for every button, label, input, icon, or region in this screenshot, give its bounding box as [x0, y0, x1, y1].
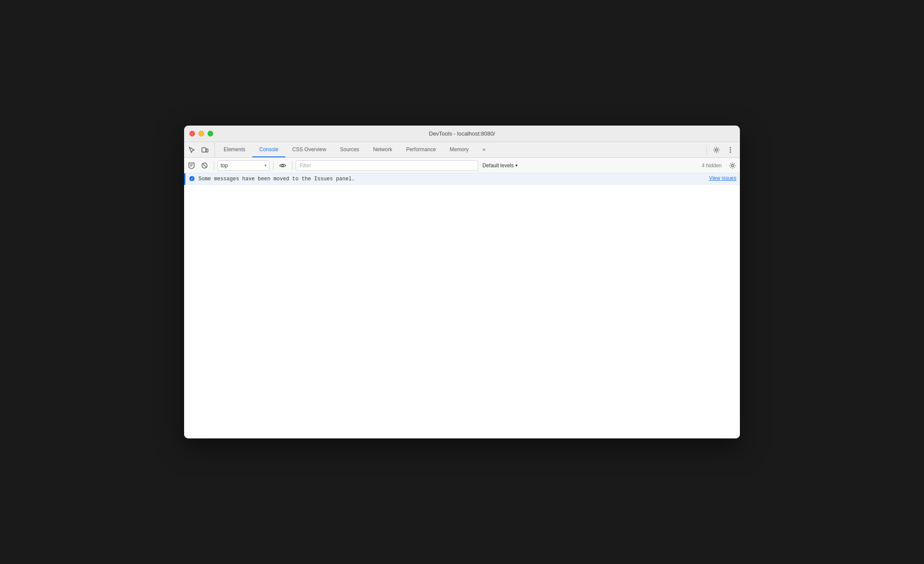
- svg-rect-0: [202, 148, 206, 152]
- clear-console-icon[interactable]: [186, 160, 197, 171]
- tab-sources[interactable]: Sources: [333, 142, 366, 157]
- tab-console[interactable]: Console: [252, 142, 285, 157]
- toolbar-divider-2: [273, 161, 274, 170]
- traffic-lights: [189, 131, 213, 136]
- svg-line-10: [203, 163, 207, 167]
- tab-bar: Elements Console CSS Overview Sources Ne…: [184, 142, 740, 158]
- console-settings-icon[interactable]: [727, 160, 738, 171]
- inspect-element-icon[interactable]: [186, 144, 198, 156]
- levels-arrow: ▾: [515, 163, 518, 168]
- eye-icon[interactable]: [277, 160, 288, 171]
- minimize-button[interactable]: [198, 131, 204, 136]
- console-toolbar: top ▾ Default levels ▾ 4 hidden: [184, 158, 740, 173]
- view-issues-link[interactable]: View issues: [709, 175, 736, 181]
- tab-elements[interactable]: Elements: [217, 142, 252, 157]
- settings-icon[interactable]: [710, 144, 723, 156]
- toolbar-divider-3: [292, 161, 292, 170]
- tab-memory[interactable]: Memory: [443, 142, 475, 157]
- svg-point-5: [730, 151, 731, 153]
- svg-rect-1: [206, 149, 208, 152]
- context-selector-arrow: ▾: [264, 163, 267, 168]
- more-options-icon[interactable]: [724, 144, 736, 156]
- tab-network[interactable]: Network: [366, 142, 399, 157]
- title-bar: DevTools - localhost:8080/: [184, 126, 740, 142]
- svg-point-11: [282, 165, 284, 166]
- svg-point-12: [732, 164, 734, 166]
- tab-bar-toolbar: [186, 142, 215, 157]
- console-area: i Some messages have been moved to the I…: [184, 173, 740, 438]
- svg-point-2: [716, 149, 718, 151]
- tab-performance[interactable]: Performance: [399, 142, 443, 157]
- tab-bar-right-actions: [701, 142, 740, 157]
- block-icon[interactable]: [199, 160, 210, 171]
- close-button[interactable]: [189, 131, 195, 136]
- maximize-button[interactable]: [208, 131, 213, 136]
- devtools-window: DevTools - localhost:8080/ Elements Cons: [184, 126, 740, 438]
- tab-more[interactable]: »: [475, 142, 492, 157]
- tab-css-overview[interactable]: CSS Overview: [285, 142, 333, 157]
- filter-input[interactable]: [296, 160, 478, 171]
- device-toolbar-icon[interactable]: [199, 144, 211, 156]
- toolbar-divider-1: [214, 161, 214, 170]
- svg-point-3: [730, 147, 731, 148]
- levels-selector[interactable]: Default levels ▾: [480, 160, 520, 171]
- console-message-issues: i Some messages have been moved to the I…: [184, 173, 740, 185]
- context-selector[interactable]: top ▾: [218, 160, 270, 171]
- window-title: DevTools - localhost:8080/: [429, 130, 495, 137]
- tabs-list: Elements Console CSS Overview Sources Ne…: [217, 142, 701, 157]
- console-message-text: Some messages have been moved to the Iss…: [198, 175, 706, 183]
- svg-point-4: [730, 149, 731, 150]
- info-message-icon: i: [189, 176, 195, 182]
- hidden-count: 4 hidden: [698, 163, 725, 169]
